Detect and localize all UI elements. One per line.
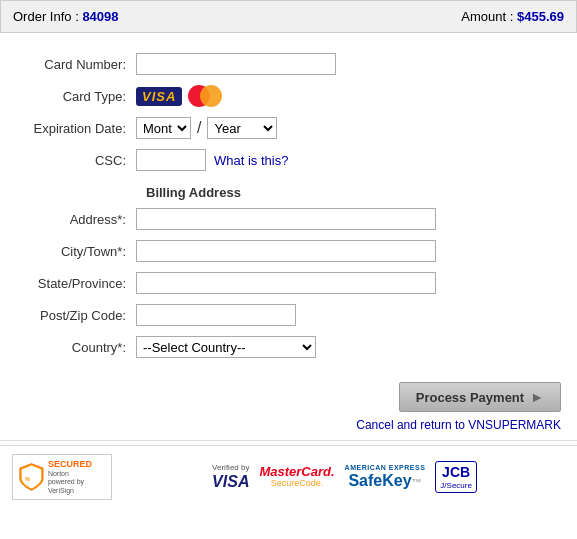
expiry-area: Month 01020304 05060708 09101112 / Year … xyxy=(136,117,277,139)
billing-address-heading: Billing Address xyxy=(16,181,561,208)
cancel-row: Cancel and return to VNSUPERMARK xyxy=(0,416,577,440)
security-badges-group: Verified by VISA MasterCard. SecureCode.… xyxy=(124,461,565,493)
expiry-year-select[interactable]: Year 2024202520262027 202820292030203120… xyxy=(207,117,277,139)
payment-form: Card Number: Card Type: VISA Expiration … xyxy=(0,49,577,372)
order-info-label: Order Info : 84098 xyxy=(13,9,119,24)
csc-label: CSC: xyxy=(16,153,136,168)
security-divider xyxy=(0,440,577,441)
zip-input[interactable] xyxy=(136,304,296,326)
card-number-input[interactable] xyxy=(136,53,336,75)
mastercard-securecode-badge: MasterCard. SecureCode. xyxy=(259,465,334,489)
amount-value: $455.69 xyxy=(517,9,564,24)
card-type-area: VISA xyxy=(136,85,224,107)
address-label: Address*: xyxy=(16,212,136,227)
security-bar: N SECURED Norton powered by VeriSign Ver… xyxy=(0,445,577,508)
expiry-label: Expiration Date: xyxy=(16,121,136,136)
address-row: Address*: xyxy=(16,208,561,230)
cancel-link[interactable]: Cancel and return to VNSUPERMARK xyxy=(356,418,561,432)
card-type-row: Card Type: VISA xyxy=(16,85,561,107)
city-label: City/Town*: xyxy=(16,244,136,259)
order-number: 84098 xyxy=(82,9,118,24)
city-row: City/Town*: xyxy=(16,240,561,262)
csc-area: What is this? xyxy=(136,149,288,171)
norton-badge: N SECURED Norton powered by VeriSign xyxy=(12,454,112,500)
state-row: State/Province: xyxy=(16,272,561,294)
process-btn-row: Process Payment ► xyxy=(0,372,577,416)
address-input[interactable] xyxy=(136,208,436,230)
zip-label: Post/Zip Code: xyxy=(16,308,136,323)
zip-row: Post/Zip Code: xyxy=(16,304,561,326)
jcb-badge: JCB J/Secure xyxy=(435,461,477,493)
country-area: --Select Country-- United States Canada … xyxy=(136,336,316,358)
expiry-row: Expiration Date: Month 01020304 05060708… xyxy=(16,117,561,139)
card-number-label: Card Number: xyxy=(16,57,136,72)
norton-shield-icon: N xyxy=(19,461,44,493)
norton-text: SECURED Norton powered by VeriSign xyxy=(48,459,105,495)
process-payment-button[interactable]: Process Payment ► xyxy=(399,382,561,412)
country-row: Country*: --Select Country-- United Stat… xyxy=(16,336,561,358)
card-type-label: Card Type: xyxy=(16,89,136,104)
amex-safekey-badge: AMERICAN EXPRESS SafeKey™ xyxy=(345,464,426,489)
verified-visa-badge: Verified by VISA xyxy=(212,464,249,490)
expiry-month-select[interactable]: Month 01020304 05060708 09101112 xyxy=(136,117,191,139)
expiry-slash: / xyxy=(195,119,203,137)
mastercard-badge xyxy=(188,85,224,107)
amount-info: Amount : $455.69 xyxy=(461,9,564,24)
csc-row: CSC: What is this? xyxy=(16,149,561,171)
process-arrow-icon: ► xyxy=(530,389,544,405)
country-label: Country*: xyxy=(16,340,136,355)
order-info-bar: Order Info : 84098 Amount : $455.69 xyxy=(0,0,577,33)
state-label: State/Province: xyxy=(16,276,136,291)
what-is-this-link[interactable]: What is this? xyxy=(214,153,288,168)
country-select[interactable]: --Select Country-- United States Canada … xyxy=(136,336,316,358)
svg-text:N: N xyxy=(25,475,30,482)
city-input[interactable] xyxy=(136,240,436,262)
state-input[interactable] xyxy=(136,272,436,294)
mc-circle-right xyxy=(200,85,222,107)
card-number-row: Card Number: xyxy=(16,53,561,75)
csc-input[interactable] xyxy=(136,149,206,171)
visa-badge: VISA xyxy=(136,87,182,106)
